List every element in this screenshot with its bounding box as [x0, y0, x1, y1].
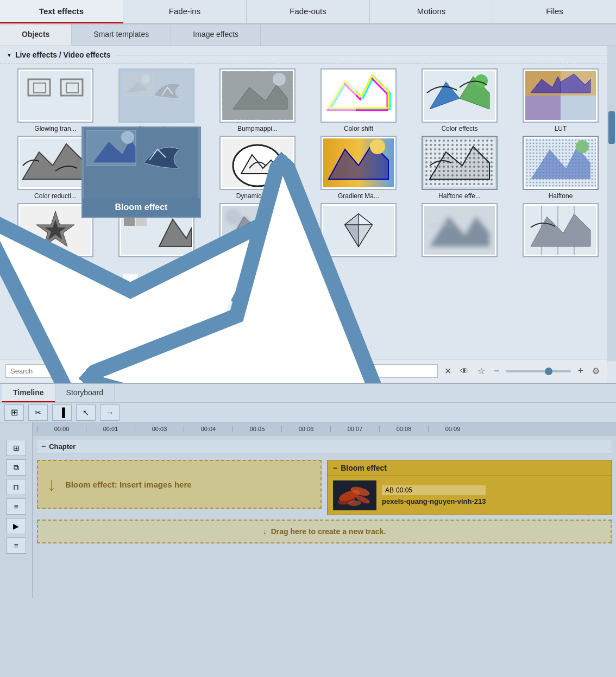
scrollbar-thumb[interactable]: [608, 111, 615, 144]
svg-point-80: [121, 131, 134, 144]
zoom-slider[interactable]: [506, 370, 571, 372]
ruler-marks: 00:00 00:01 00:03 00:04 00:05 00:06 00:0…: [37, 426, 477, 432]
effect-thumb-dynamicmask: [219, 136, 296, 190]
second-tabs: Objects Smart templates Image effects: [0, 24, 616, 46]
collapse-triangle[interactable]: ▼: [7, 52, 12, 58]
arrow-tool[interactable]: →: [100, 404, 120, 421]
chapter-header: − Chapter: [37, 440, 612, 453]
video-filename: pexels-quang-nguyen-vinh-213: [382, 497, 486, 505]
timeline-section: Timeline Storyboard ⊞ ✂ ▐ ↖ → 00:00 00:0…: [0, 383, 616, 598]
effect-thumb-glowing: [17, 68, 93, 123]
tab-timeline[interactable]: Timeline: [2, 384, 55, 402]
tab-storyboard[interactable]: Storyboard: [55, 384, 115, 402]
video-time: 00:05: [396, 486, 412, 494]
effect-halftone2[interactable]: Halftone: [512, 136, 609, 200]
effect-label-colorshift: Color shift: [344, 125, 373, 132]
tab-text-effects[interactable]: Text effects: [0, 0, 123, 23]
effect-diamond[interactable]: [310, 203, 407, 260]
drag-here-area[interactable]: ↓ Drag here to create a new track.: [37, 520, 612, 543]
insert-text: Bloom effect: Insert images here: [65, 480, 192, 489]
tab-files[interactable]: Files: [493, 0, 616, 23]
effect-bumpmap[interactable]: Bumpmappi...: [209, 68, 306, 132]
bloom-track-header: − Bloom effect: [328, 460, 611, 476]
effect-thumb-halftone2: [523, 136, 599, 190]
tab-objects[interactable]: Objects: [0, 24, 72, 46]
effect-lut[interactable]: LUT: [512, 68, 609, 132]
timeline-tabs: Timeline Storyboard: [0, 384, 616, 403]
bloom-tooltip-label: Bloom effect: [83, 198, 200, 217]
tab-fade-outs[interactable]: Fade-outs: [247, 0, 370, 23]
grid-tool[interactable]: ⊞: [4, 404, 24, 421]
tool-grid[interactable]: ⊞: [7, 440, 26, 456]
svg-point-8: [141, 75, 150, 84]
tab-motions[interactable]: Motions: [370, 0, 493, 23]
effect-bloom[interactable]: Bloom effect: [108, 68, 205, 132]
effect-label-lut: LUT: [555, 125, 567, 132]
ruler-mark-6: 00:07: [330, 426, 379, 432]
chapter-collapse[interactable]: −: [41, 442, 46, 451]
chapter-label: Chapter: [49, 442, 76, 451]
search-input[interactable]: [5, 364, 438, 378]
effect-glowing-trans[interactable]: Glowing tran...: [7, 68, 104, 132]
video-info: AB 00:05 pexels-quang-nguyen-vinh-213: [382, 485, 486, 505]
ruler-mark-4: 00:05: [232, 426, 281, 432]
tool-merge[interactable]: ⊓: [7, 479, 26, 495]
effect-label-halftone1: Halftone effe...: [438, 192, 481, 200]
bloom-collapse[interactable]: −: [333, 464, 337, 472]
effect-label-bumpmap: Bumpmappi...: [237, 125, 278, 132]
bloom-tooltip: Bloom effect: [81, 126, 201, 218]
plus-zoom-button[interactable]: +: [575, 364, 586, 378]
effect-thumb-blur: [219, 203, 296, 257]
tab-image-effects[interactable]: Image effects: [171, 24, 261, 46]
insert-area[interactable]: ↓ Bloom effect: Insert images here: [37, 460, 322, 509]
effect-coloreffects[interactable]: Color effects: [411, 68, 508, 132]
ruler-spacer: [0, 422, 33, 435]
marker-tool[interactable]: ▐: [52, 404, 72, 421]
effect-colorshift[interactable]: Color shift: [310, 68, 407, 132]
tool-layers[interactable]: ⧉: [7, 459, 26, 476]
ab-icon: AB: [385, 486, 394, 494]
timeline-content: ⊞ ⧉ ⊓ ≡ ▶ ≡ − Chapter ↓ Blo: [0, 435, 616, 598]
effect-label-coloreffects: Color effects: [441, 125, 477, 132]
clear-search-button[interactable]: ✕: [442, 365, 454, 377]
svg-rect-56: [124, 218, 135, 226]
svg-point-39: [370, 139, 385, 154]
effect-thumb-stripes: [523, 203, 599, 257]
star-icon[interactable]: ☆: [475, 365, 487, 377]
ruler-mark-2: 00:03: [135, 426, 184, 432]
eye-icon[interactable]: 👁: [458, 365, 471, 377]
effect-label-halftone2: Halftone: [549, 192, 573, 200]
ruler-mark-0: 00:00: [37, 426, 86, 432]
minus-zoom-button[interactable]: −: [492, 364, 502, 378]
chapter-track: − Chapter: [37, 440, 612, 453]
timeline-tracks: − Chapter ↓ Bloom effect: Insert images …: [33, 435, 616, 598]
tab-smart-templates[interactable]: Smart templates: [72, 24, 171, 46]
scrollbar[interactable]: [607, 46, 616, 361]
bloom-track-content: AB 00:05 pexels-quang-nguyen-vinh-213: [328, 476, 611, 515]
effect-blur[interactable]: [209, 203, 306, 260]
effect-thumb-lut: [523, 68, 599, 123]
effect-stripes[interactable]: [512, 203, 609, 260]
tool-branches[interactable]: ≡: [7, 498, 26, 515]
effect-dynamicmask[interactable]: Dynamic mask: [209, 136, 306, 200]
tool-play[interactable]: ▶: [7, 518, 26, 534]
scissors-tool[interactable]: ✂: [28, 404, 48, 421]
pointer-tool[interactable]: ↖: [76, 404, 96, 421]
zoom-slider-thumb[interactable]: [545, 368, 552, 375]
effect-gradientmap[interactable]: Gradient Ma...: [310, 136, 407, 200]
insert-column: ↓ Bloom effect: Insert images here: [37, 458, 322, 517]
bloom-track-column: − Bloom effect: [327, 458, 612, 517]
ruler-mark-1: 00:01: [86, 426, 135, 432]
effect-blur2[interactable]: [411, 203, 508, 260]
bloom-track-label: Bloom effect: [341, 464, 387, 472]
timeline-sidebar: ⊞ ⧉ ⊓ ≡ ▶ ≡: [0, 435, 33, 598]
section-title: Live effects / Video effects: [15, 50, 111, 59]
tab-fade-ins[interactable]: Fade-ins: [123, 0, 247, 23]
effect-halftone1[interactable]: Halftone effe...: [411, 136, 508, 200]
svg-rect-18: [359, 71, 394, 120]
svg-rect-26: [561, 96, 596, 120]
tool-bars[interactable]: ≡: [7, 537, 26, 554]
svg-rect-17: [323, 71, 356, 120]
insert-arrow-icon: ↓: [47, 473, 56, 496]
settings-icon[interactable]: ⚙: [590, 365, 602, 377]
